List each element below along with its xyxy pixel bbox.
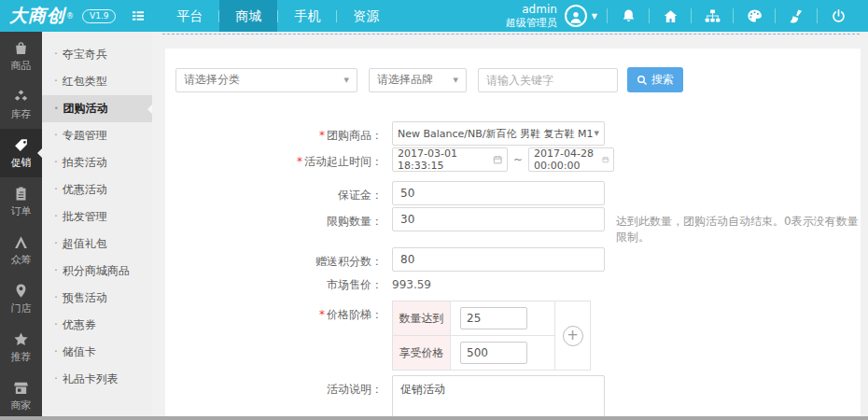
submenu-item-redpacket[interactable]: ·红包类型 (42, 68, 152, 95)
sidebar-item-goods[interactable]: 商品 (0, 32, 42, 80)
tag-icon (13, 137, 29, 153)
required-mark: * (319, 129, 325, 142)
form-row-product: *团购商品： New Balance/NB/新百伦 男鞋 复古鞋 M1400LB… (165, 121, 861, 146)
sidebar-item-merchants[interactable]: 商家 (0, 371, 42, 416)
ladder-price-input[interactable] (460, 342, 527, 364)
keyword-input[interactable] (478, 68, 618, 92)
product-select-value: New Balance/NB/新百伦 男鞋 复古鞋 M1400LBR/LB.. (398, 127, 593, 141)
ladder-row-quantity: 数量达到 + (393, 301, 591, 336)
nav-item-mobile[interactable]: 手机 (278, 0, 336, 32)
sidebar-item-label: 商家 (11, 399, 32, 413)
submenu-label: 拍卖活动 (63, 156, 107, 169)
nav-item-resources[interactable]: 资源 (337, 0, 395, 32)
required-mark: * (297, 155, 302, 168)
palette-icon[interactable] (734, 8, 775, 24)
bullet: · (54, 237, 58, 250)
start-date-value: 2017-03-01 18:33:15 (398, 147, 493, 172)
user-info: admin 超级管理员 (506, 3, 557, 30)
logo-text: 大商创 (9, 4, 65, 28)
brand-select[interactable]: 请选择品牌 ▼ (369, 68, 467, 92)
bullet: · (54, 372, 58, 385)
limit-hint: 达到此数量，团购活动自动结束。0表示没有数量限制。 (616, 207, 861, 245)
submenu-item-discount[interactable]: ·优惠活动 (42, 176, 152, 203)
sitemap-icon[interactable] (692, 8, 733, 24)
sidebar-item-stores[interactable]: 门店 (0, 274, 42, 323)
form-row-points: 赠送积分数： (165, 247, 861, 272)
submenu-label: 夺宝奇兵 (63, 48, 107, 61)
form-row-description: 活动说明： 促销活动 (165, 375, 861, 416)
store-icon (13, 380, 29, 396)
form-row-limit: 限购数量： 达到此数量，团购活动自动结束。0表示没有数量限制。 (165, 207, 861, 245)
logo: 大商创 ® V1.9 (9, 4, 116, 28)
end-date-input[interactable]: 2017-04-28 00:00:00 (528, 147, 614, 172)
ladder-quantity-input[interactable] (460, 307, 527, 329)
limit-input[interactable] (392, 207, 605, 231)
content-panel: 请选择分类 ▼ 请选择品牌 ▼ 搜索 *团购商品： New Balance/NB… (165, 49, 861, 416)
collapse-menu-icon[interactable] (131, 8, 146, 23)
form-row-market-price: 市场售价： 993.59 (165, 277, 861, 293)
submenu-item-treasure[interactable]: ·夺宝奇兵 (42, 41, 152, 68)
dashed-divider (162, 34, 860, 35)
submenu-item-groupbuy[interactable]: ·团购活动 (42, 95, 152, 122)
nav-item-platform[interactable]: 平台 (161, 0, 218, 32)
submenu-item-presale[interactable]: ·预售活动 (42, 285, 152, 312)
navbar-right: admin 超级管理员 ▼ (506, 0, 868, 32)
submenu-label: 储值卡 (63, 345, 96, 358)
category-select[interactable]: 请选择分类 ▼ (175, 68, 357, 92)
version-badge: V1.9 (82, 9, 116, 23)
product-select[interactable]: New Balance/NB/新百伦 男鞋 复古鞋 M1400LBR/LB.. … (392, 121, 605, 146)
add-ladder-row-button[interactable]: + (563, 326, 583, 346)
user-dropdown-caret-icon[interactable]: ▼ (592, 12, 597, 21)
power-icon[interactable] (818, 8, 859, 24)
submenu-item-gift-card[interactable]: ·礼品卡列表 (42, 366, 152, 393)
sidebar-item-crowdfunding[interactable]: 众筹 (0, 226, 42, 274)
bullet: · (54, 156, 58, 169)
submenu-label: 礼品卡列表 (63, 372, 119, 385)
sidebar-item-promotion[interactable]: 促销 (0, 129, 42, 177)
sidebar-item-recommend[interactable]: 推荐 (0, 323, 42, 371)
sidebar-item-orders[interactable]: 订单 (0, 177, 42, 226)
submenu-label: 超值礼包 (63, 237, 107, 250)
nav-item-mall[interactable]: 商城 (219, 0, 277, 32)
bullet: · (54, 48, 58, 61)
submenu-item-package[interactable]: ·超值礼包 (42, 231, 152, 258)
avatar[interactable] (565, 5, 587, 27)
search-button[interactable]: 搜索 (627, 67, 683, 92)
submenu-item-auction[interactable]: ·拍卖活动 (42, 149, 152, 176)
search-bar: 请选择分类 ▼ 请选择品牌 ▼ 搜索 (175, 67, 683, 92)
required-mark: * (319, 308, 325, 321)
description-label: 活动说明： (165, 375, 383, 398)
start-date-input[interactable]: 2017-03-01 18:33:15 (392, 147, 508, 172)
product-label: *团购商品： (165, 121, 383, 144)
submenu-item-stored-card[interactable]: ·储值卡 (42, 339, 152, 366)
home-icon[interactable] (650, 8, 691, 24)
sidebar-item-inventory[interactable]: 库存 (0, 80, 42, 129)
points-input[interactable] (392, 247, 605, 272)
bullet: · (54, 318, 58, 331)
category-select-value: 请选择分类 (184, 72, 240, 88)
ladder-quantity-label: 数量达到 (393, 301, 451, 336)
registered-mark: ® (66, 12, 74, 21)
deposit-input[interactable] (392, 181, 605, 205)
search-icon (637, 75, 648, 86)
end-date-value: 2017-04-28 00:00:00 (534, 147, 602, 172)
mountain-icon (13, 234, 29, 250)
form-row-deposit: 保证金： (165, 181, 861, 205)
submenu-item-topics[interactable]: ·专题管理 (42, 122, 152, 149)
description-textarea[interactable]: 促销活动 (392, 375, 605, 416)
submenu-item-coupon[interactable]: ·优惠券 (42, 312, 152, 339)
user-name: admin (506, 3, 557, 17)
market-price-label: 市场售价： (165, 277, 383, 293)
price-ladder-table: 数量达到 + 享受价格 (392, 301, 591, 371)
broom-icon[interactable] (776, 8, 817, 24)
sidebar-item-label: 推荐 (11, 350, 32, 364)
date-separator: ~ (513, 153, 523, 166)
bottom-border (0, 416, 868, 420)
caret-down-icon: ▼ (454, 77, 458, 84)
points-label: 赠送积分数： (165, 247, 383, 270)
submenu-item-points-mall[interactable]: ·积分商城商品 (42, 258, 152, 285)
notifications-bell-icon[interactable] (608, 8, 649, 24)
submenu-item-wholesale[interactable]: ·批发管理 (42, 203, 152, 231)
icon-sidebar: 商品 库存 促销 订单 众筹 门店 推荐 商家 (0, 32, 42, 416)
submenu-label: 积分商城商品 (63, 264, 130, 277)
